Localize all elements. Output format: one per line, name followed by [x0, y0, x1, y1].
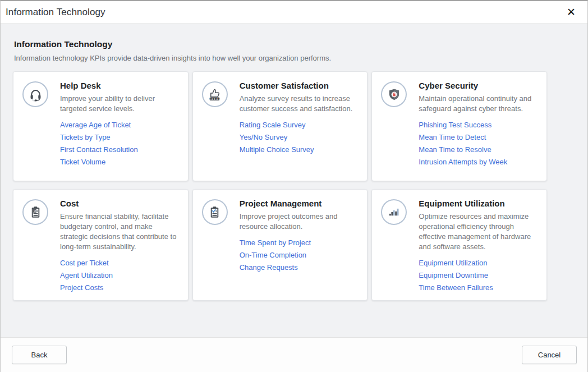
kpi-link[interactable]: Rating Scale Survey [240, 121, 359, 128]
checklist-clipboard-icon [202, 199, 228, 225]
shield-lock-icon [381, 81, 407, 107]
card-content: Cost Ensure financial stability, facilit… [60, 198, 179, 291]
thumbs-up-rating-icon: ★★★★★ [202, 81, 228, 107]
card-description: Analyze survey results to increase custo… [240, 94, 359, 114]
kpi-link[interactable]: On-Time Completion [240, 251, 359, 259]
card-links: Time Spent by ProjectOn-Time CompletionC… [240, 239, 359, 271]
kpi-link[interactable]: Mean Time to Detect [419, 134, 538, 141]
card-equipment-utilization: Equipment Utilization Optimize resources… [371, 189, 547, 301]
kpi-link[interactable]: Equipment Downtime [419, 272, 538, 279]
dialog-title: Information Technology [6, 7, 105, 18]
card-title: Customer Satisfaction [240, 81, 359, 90]
page-title: Information Technology [14, 39, 575, 49]
kpi-link[interactable]: Average Age of Ticket [60, 121, 179, 128]
back-button[interactable]: Back [12, 346, 67, 364]
kpi-link[interactable]: Ticket Volume [60, 158, 179, 166]
card-content: Customer Satisfaction Analyze survey res… [240, 80, 359, 153]
kpi-link[interactable]: Project Costs [60, 284, 179, 291]
kpi-link[interactable]: Intrusion Attempts by Week [419, 158, 538, 166]
card-customer-satisfaction: ★★★★★ Customer Satisfaction Analyze surv… [192, 71, 368, 181]
kpi-link[interactable]: Equipment Utilization [419, 259, 538, 267]
dollar-clipboard-icon: $ [22, 199, 48, 225]
card-title: Equipment Utilization [419, 199, 538, 208]
svg-text:★★★★★: ★★★★★ [209, 97, 220, 100]
card-links: Phishing Test SuccessMean Time to Detect… [419, 121, 538, 166]
card-content: Equipment Utilization Optimize resources… [419, 198, 538, 291]
bar-chart-icon [381, 199, 407, 225]
card-links: Cost per TicketAgent UtilizationProject … [60, 259, 179, 291]
kpi-link[interactable]: Multiple Choice Survey [240, 146, 359, 153]
kpi-link[interactable]: First Contact Resolution [60, 146, 179, 153]
kpi-link[interactable]: Yes/No Survey [240, 134, 359, 141]
card-content: Help Desk Improve your ability to delive… [60, 80, 179, 166]
card-title: Cyber Security [419, 81, 538, 90]
kpi-link[interactable]: Agent Utilization [60, 272, 179, 279]
card-title: Help Desk [60, 81, 179, 90]
kpi-cards-grid: Help Desk Improve your ability to delive… [13, 71, 547, 301]
card-help-desk: Help Desk Improve your ability to delive… [13, 71, 189, 181]
card-links: Average Age of TicketTickets by TypeFirs… [60, 121, 179, 166]
card-description: Maintain operational continuity and safe… [419, 94, 538, 114]
dialog-titlebar: Information Technology ✕ [1, 1, 587, 24]
card-cost: $ Cost Ensure financial stability, facil… [13, 189, 189, 301]
card-title: Project Management [240, 199, 359, 208]
card-description: Improve project outcomes and resource al… [240, 212, 359, 232]
dialog-window: Information Technology ✕ Information Tec… [0, 0, 588, 372]
kpi-link[interactable]: Change Requests [240, 264, 359, 271]
kpi-link[interactable]: Phishing Test Success [419, 121, 538, 128]
headset-icon [22, 81, 48, 107]
kpi-link[interactable]: Mean Time to Resolve [419, 146, 538, 153]
page-subtitle: Information technology KPIs provide data… [14, 54, 575, 62]
card-content: Project Management Improve project outco… [240, 198, 359, 271]
card-content: Cyber Security Maintain operational cont… [419, 80, 538, 166]
cancel-button[interactable]: Cancel [522, 346, 577, 364]
card-links: Equipment UtilizationEquipment DowntimeT… [419, 259, 538, 291]
card-cyber-security: Cyber Security Maintain operational cont… [371, 71, 547, 181]
kpi-link[interactable]: Time Spent by Project [240, 239, 359, 246]
card-description: Improve your ability to deliver targeted… [60, 94, 179, 114]
card-description: Ensure financial stability, facilitate b… [60, 212, 179, 252]
card-links: Rating Scale SurveyYes/No SurveyMultiple… [240, 121, 359, 153]
kpi-link[interactable]: Cost per Ticket [60, 259, 179, 267]
card-description: Optimize resources and maximize operatio… [419, 212, 538, 252]
dialog-footer: Back Cancel [1, 337, 587, 372]
card-project-management: Project Management Improve project outco… [192, 189, 368, 301]
dialog-body: Information Technology Information techn… [1, 24, 587, 337]
close-icon[interactable]: ✕ [564, 5, 578, 20]
kpi-link[interactable]: Time Between Failures [419, 284, 538, 291]
card-title: Cost [60, 199, 179, 208]
kpi-link[interactable]: Tickets by Type [60, 134, 179, 141]
